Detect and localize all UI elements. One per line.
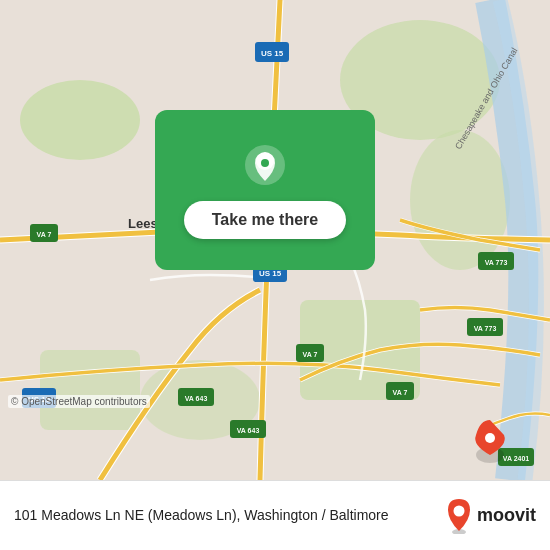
svg-text:VA 773: VA 773 [485, 259, 508, 266]
location-card: Take me there [155, 110, 375, 270]
svg-point-32 [485, 433, 495, 443]
map-pin-icon [241, 141, 289, 189]
svg-text:VA 643: VA 643 [237, 427, 260, 434]
moovit-pin-icon [445, 498, 473, 534]
take-me-there-button[interactable]: Take me there [184, 201, 346, 239]
svg-text:VA 7: VA 7 [37, 231, 52, 238]
svg-text:US 15: US 15 [261, 49, 284, 58]
svg-text:VA 7: VA 7 [303, 351, 318, 358]
svg-point-35 [261, 159, 269, 167]
svg-text:VA 2401: VA 2401 [503, 455, 530, 462]
bottom-info-bar: 101 Meadows Ln NE (Meadows Ln), Washingt… [0, 480, 550, 550]
address-text: 101 Meadows Ln NE (Meadows Ln), Washingt… [14, 506, 433, 524]
moovit-logo: moovit [445, 498, 536, 534]
address-block: 101 Meadows Ln NE (Meadows Ln), Washingt… [14, 506, 433, 524]
moovit-wordmark: moovit [477, 505, 536, 526]
map-container: Chesapeake and Ohio Canal [0, 0, 550, 480]
copyright-notice: © OpenStreetMap contributors [8, 395, 150, 408]
svg-point-37 [453, 505, 464, 516]
svg-text:VA 643: VA 643 [185, 395, 208, 402]
svg-text:US 15: US 15 [259, 269, 282, 278]
svg-text:VA 773: VA 773 [474, 325, 497, 332]
svg-text:VA 7: VA 7 [393, 389, 408, 396]
svg-point-1 [20, 80, 140, 160]
